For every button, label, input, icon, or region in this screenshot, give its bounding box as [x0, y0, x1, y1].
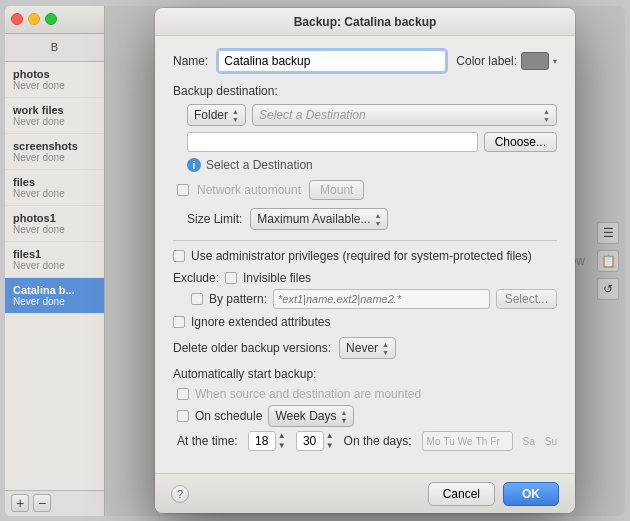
cancel-button[interactable]: Cancel	[428, 482, 495, 506]
hour-spinner[interactable]: ▲ ▼	[278, 431, 286, 450]
at-time-label: At the time:	[177, 434, 238, 448]
path-input[interactable]	[187, 132, 478, 152]
right-panel: on below ☰ 📋 ↺ Backup: Catalina backup N…	[105, 6, 625, 516]
never-arrows-icon: ▲ ▼	[382, 341, 389, 356]
maximize-button[interactable]	[45, 13, 57, 25]
minimize-button[interactable]	[28, 13, 40, 25]
sidebar-item-work-files[interactable]: work files Never done	[5, 98, 104, 134]
minute-up-icon: ▲	[326, 431, 334, 441]
day-su: Su	[545, 436, 557, 447]
destination-placeholder: Select a Destination	[259, 108, 366, 122]
sidebar-item-files1[interactable]: files1 Never done	[5, 242, 104, 278]
ignore-extended-label: Ignore extended attributes	[191, 315, 330, 329]
size-limit-arrows-icon: ▲ ▼	[375, 212, 382, 227]
auto-start-label: Automatically start backup:	[173, 367, 557, 381]
hour-field: 18 ▲ ▼	[248, 431, 286, 451]
pattern-input[interactable]	[273, 289, 490, 309]
modal-footer: ? Cancel OK	[155, 473, 575, 513]
admin-privileges-checkbox[interactable]	[173, 250, 185, 262]
sidebar-items-list: photos Never done work files Never done …	[5, 62, 104, 490]
size-limit-select[interactable]: Maximum Available... ▲ ▼	[250, 208, 388, 230]
name-label: Name:	[173, 54, 208, 68]
sidebar-item-files[interactable]: files Never done	[5, 170, 104, 206]
close-button[interactable]	[11, 13, 23, 25]
backup-destination-label: Backup destination:	[173, 84, 557, 98]
invisible-files-checkbox[interactable]	[225, 272, 237, 284]
days-display[interactable]: Mo Tu We Th Fr	[422, 431, 513, 451]
network-automount-checkbox[interactable]	[177, 184, 189, 196]
color-label-container: Color label: ▾	[456, 52, 557, 70]
hour-down-icon: ▼	[278, 441, 286, 451]
day-we: We	[458, 436, 473, 447]
sidebar-footer: + −	[5, 490, 104, 516]
never-select[interactable]: Never ▲ ▼	[339, 337, 396, 359]
when-mounted-checkbox[interactable]	[177, 388, 189, 400]
add-backup-button[interactable]: +	[11, 494, 29, 512]
ignore-extended-checkbox[interactable]	[173, 316, 185, 328]
modal-overlay: Backup: Catalina backup Name: Color labe…	[105, 6, 625, 516]
info-text: Select a Destination	[206, 158, 313, 172]
mount-button[interactable]: Mount	[309, 180, 364, 200]
name-row: Name: Color label: ▾	[173, 50, 557, 72]
destination-arrows-icon: ▲ ▼	[543, 108, 550, 123]
on-days-label: On the days:	[344, 434, 412, 448]
by-pattern-label: By pattern:	[209, 292, 267, 306]
size-limit-row: Size Limit: Maximum Available... ▲ ▼	[187, 208, 557, 230]
admin-row: Use administrator privileges (required f…	[173, 249, 557, 263]
network-automount-label: Network automount	[197, 183, 301, 197]
minute-value[interactable]: 30	[296, 431, 324, 451]
choose-button[interactable]: Choose...	[484, 132, 557, 152]
sidebar-item-photos1[interactable]: photos1 Never done	[5, 206, 104, 242]
weekdays-select[interactable]: Week Days ▲ ▼	[268, 405, 354, 427]
on-schedule-label: On schedule	[195, 409, 262, 423]
exclude-label: Exclude:	[173, 271, 219, 285]
help-button[interactable]: ?	[171, 485, 189, 503]
destination-row: Folder ▲ ▼ Select a Destination ▲ ▼	[187, 104, 557, 126]
by-pattern-checkbox[interactable]	[191, 293, 203, 305]
folder-arrows-icon: ▲ ▼	[232, 108, 239, 123]
minute-down-icon: ▼	[326, 441, 334, 451]
size-limit-value: Maximum Available...	[257, 212, 370, 226]
pattern-row: By pattern: Select...	[191, 289, 557, 309]
on-schedule-row: On schedule Week Days ▲ ▼	[177, 405, 557, 427]
on-schedule-checkbox[interactable]	[177, 410, 189, 422]
sidebar-item-screenshots[interactable]: screenshots Never done	[5, 134, 104, 170]
destination-select[interactable]: Select a Destination ▲ ▼	[252, 104, 557, 126]
backup-config-modal: Backup: Catalina backup Name: Color labe…	[155, 8, 575, 513]
info-row: i Select a Destination	[187, 158, 557, 172]
delete-row: Delete older backup versions: Never ▲ ▼	[173, 337, 557, 359]
day-sa: Sa	[523, 436, 535, 447]
color-label-text: Color label:	[456, 54, 517, 68]
exclude-header: Exclude: Invisible files	[173, 271, 557, 285]
color-swatch[interactable]	[521, 52, 549, 70]
sidebar-toolbar	[5, 6, 104, 34]
color-chevron-icon: ▾	[553, 57, 557, 66]
sidebar-item-catalina-backup[interactable]: Catalina b... Never done	[5, 278, 104, 314]
sidebar-tab[interactable]: B	[5, 34, 104, 62]
day-fr: Fr	[490, 436, 499, 447]
admin-privileges-label: Use administrator privileges (required f…	[191, 249, 532, 263]
time-row: At the time: 18 ▲ ▼ 30	[177, 431, 557, 451]
weekdays-label: Week Days	[275, 409, 336, 423]
day-tu: Tu	[444, 436, 455, 447]
remove-backup-button[interactable]: −	[33, 494, 51, 512]
ok-button[interactable]: OK	[503, 482, 559, 506]
never-label: Never	[346, 341, 378, 355]
folder-select[interactable]: Folder ▲ ▼	[187, 104, 246, 126]
delete-older-label: Delete older backup versions:	[173, 341, 331, 355]
day-mo: Mo	[427, 436, 441, 447]
hour-up-icon: ▲	[278, 431, 286, 441]
modal-title: Backup: Catalina backup	[294, 15, 437, 29]
name-input[interactable]	[218, 50, 446, 72]
when-mounted-row: When source and destination are mounted	[177, 387, 557, 401]
info-icon: i	[187, 158, 201, 172]
size-limit-label: Size Limit:	[187, 212, 242, 226]
network-automount-row: Network automount Mount	[177, 180, 557, 200]
separator-1	[173, 240, 557, 241]
minute-spinner[interactable]: ▲ ▼	[326, 431, 334, 450]
sidebar: B photos Never done work files Never don…	[5, 6, 105, 516]
hour-value[interactable]: 18	[248, 431, 276, 451]
folder-label: Folder	[194, 108, 228, 122]
pattern-select-button[interactable]: Select...	[496, 289, 557, 309]
sidebar-item-photos[interactable]: photos Never done	[5, 62, 104, 98]
